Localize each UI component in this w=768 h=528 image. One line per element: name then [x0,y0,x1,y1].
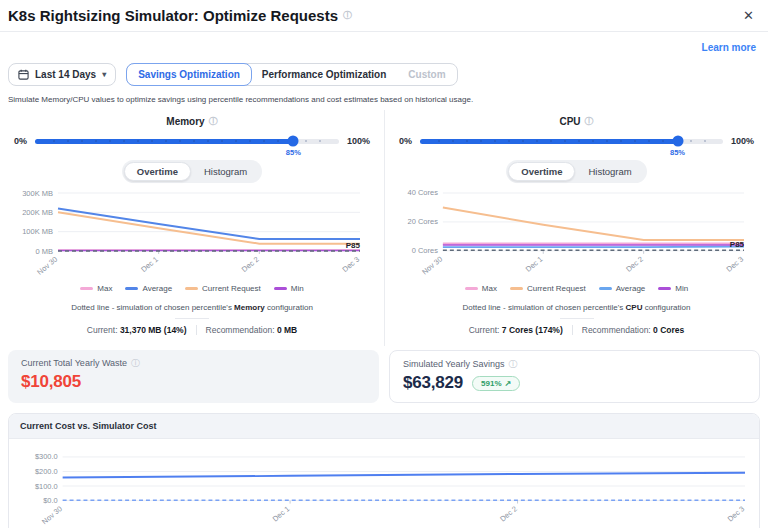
badge-text: 591% [481,379,501,388]
recommendation-value: 0 MB [277,325,297,335]
memory-view-toggle: Overtime Histogram [122,160,262,183]
legend-item[interactable]: Max [465,284,497,293]
cpu-panel: CPU ⓘ 0% 85% 100% Overtime Histogram 0 C… [384,110,768,346]
slider-track[interactable]: 85% [420,139,723,144]
resource-panels: Memory ⓘ 0% 85% 100% Overtime Histogram … [0,110,768,346]
info-icon[interactable]: ⓘ [131,359,140,368]
slider-thumb[interactable] [672,136,683,147]
svg-text:Nov 30: Nov 30 [420,254,444,276]
slider-max-label: 100% [347,136,370,146]
svg-text:P85: P85 [346,241,361,250]
memory-overtime-chart[interactable]: 0 MB100K MB200K MB300K MBNov 30Dec 1Dec … [10,187,374,281]
legend-marker [125,287,138,290]
svg-text:0 MB: 0 MB [35,247,53,256]
tab-performance-optimization[interactable]: Performance Optimization [251,64,397,85]
savings-percent-badge: 591% ↗ [472,376,520,391]
waste-card-label: Current Total Yearly Waste ⓘ [21,358,366,368]
note-bold: Memory [234,303,265,312]
slider-fill [420,139,678,144]
note-bold: CPU [626,303,643,312]
legend-item[interactable]: Max [80,284,112,293]
memory-dotted-line-note: Dotted line - simulation of chosen perce… [10,300,374,313]
legend-marker [185,287,198,290]
legend-label: Min [675,284,688,293]
current-value: 7 Cores (174%) [502,325,563,335]
savings-value: $63,829 [403,373,463,393]
page-title: K8s Rightsizing Simulator: Optimize Requ… [8,7,352,24]
close-icon[interactable]: ✕ [743,8,754,23]
learn-more-link[interactable]: Learn more [702,42,756,53]
svg-text:300K MB: 300K MB [22,189,53,198]
legend-label: Min [291,284,304,293]
cpu-dotted-line-note: Dotted line - simulation of chosen perce… [395,300,758,313]
slider-track[interactable]: 85% [35,139,339,144]
toggle-histogram[interactable]: Histogram [191,162,260,181]
toolbar: Last 14 Days ▾ Savings Optimization Perf… [0,57,768,95]
slider-value-label: 85% [286,148,301,157]
slider-fill [35,139,293,144]
legend-marker [465,287,478,290]
date-range-dropdown[interactable]: Last 14 Days ▾ [8,63,116,86]
svg-text:Dec 3: Dec 3 [725,254,746,273]
info-icon[interactable]: ⓘ [343,11,352,20]
slider-thumb[interactable] [288,136,299,147]
legend-marker [599,287,612,290]
cost-chart-body: $0.0$100.0$200.0$300.0Nov 30Dec 1Dec 2De… [9,439,759,528]
info-icon[interactable]: ⓘ [585,117,594,126]
memory-percentile-slider: 0% 85% 100% [10,134,374,160]
legend-item[interactable]: Current Request [510,284,586,293]
tab-custom[interactable]: Custom [397,64,456,85]
svg-text:40 Cores: 40 Cores [408,188,439,197]
info-icon[interactable]: ⓘ [509,360,518,369]
legend-item[interactable]: Min [274,284,304,293]
toggle-histogram[interactable]: Histogram [575,162,644,181]
legend-item[interactable]: Current Request [185,284,261,293]
legend-label: Current Request [527,284,586,293]
legend-marker [80,287,93,290]
toggle-overtime[interactable]: Overtime [508,162,575,181]
note-suffix: configuration [265,303,313,312]
slider-max-label: 100% [731,136,754,146]
summary-cards: Current Total Yearly Waste ⓘ $10,805 Sim… [0,346,768,405]
note-prefix: Dotted line - simulation of chosen perce… [463,303,626,312]
legend-marker [510,287,523,290]
memory-panel: Memory ⓘ 0% 85% 100% Overtime Histogram … [0,110,384,346]
svg-text:Dec 1: Dec 1 [139,255,160,274]
current-value: 31,370 MB (14%) [120,325,187,335]
divider [560,318,594,319]
divider [175,318,209,319]
svg-text:$200.0: $200.0 [35,467,58,476]
svg-text:Dec 2: Dec 2 [624,254,645,273]
divider [196,325,197,335]
recommendation-label: Recommendation: [582,325,651,335]
cost-panel-title: Current Cost vs. Simulator Cost [9,414,759,439]
slider-min-label: 0% [14,136,27,146]
modal-header: K8s Rightsizing Simulator: Optimize Requ… [0,0,768,32]
cpu-title-text: CPU [559,116,580,127]
legend-marker [658,287,671,290]
legend-item[interactable]: Min [658,284,688,293]
svg-text:P85: P85 [730,240,745,249]
svg-text:0 Cores: 0 Cores [412,246,438,255]
cost-comparison-chart[interactable]: $0.0$100.0$200.0$300.0Nov 30Dec 1Dec 2De… [17,449,751,528]
current-label: Current: [87,325,118,335]
cost-comparison-panel: Current Cost vs. Simulator Cost $0.0$100… [8,413,760,528]
legend-label: Max [482,284,497,293]
toggle-overtime[interactable]: Overtime [124,162,191,181]
svg-text:Dec 1: Dec 1 [524,254,545,273]
tab-savings-optimization[interactable]: Savings Optimization [126,63,252,86]
legend-item[interactable]: Average [125,284,172,293]
svg-text:Dec 3: Dec 3 [340,255,361,274]
svg-text:Dec 1: Dec 1 [271,504,292,523]
info-icon[interactable]: ⓘ [209,117,218,126]
recommendation-label: Recommendation: [206,325,275,335]
legend-item[interactable]: Average [599,284,646,293]
svg-text:200K MB: 200K MB [22,208,53,217]
simulated-savings-card: Simulated Yearly Savings ⓘ $63,829 591% … [389,350,760,403]
cpu-overtime-chart[interactable]: 0 Cores20 Cores40 CoresNov 30Dec 1Dec 2D… [395,187,758,281]
svg-text:$300.0: $300.0 [35,452,58,461]
slider-value-label: 85% [670,148,685,157]
waste-label-text: Current Total Yearly Waste [21,358,127,368]
legend-label: Average [142,284,172,293]
waste-value: $10,805 [21,372,366,392]
